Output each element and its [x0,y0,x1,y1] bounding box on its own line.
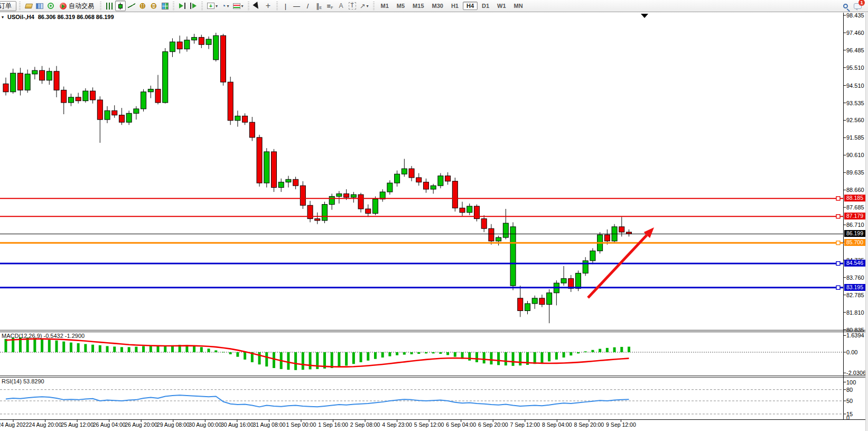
timeframe-M1[interactable]: M1 [377,2,393,10]
line-chart-icon[interactable] [126,1,137,11]
auto-trading-button[interactable]: 自动交易 [57,1,97,11]
toolbar-grip [248,2,249,10]
time-tick-label: 29 Aug 08:00 [157,421,190,428]
timeframe-M15[interactable]: M15 [409,2,427,10]
time-tick-label: 1 Sep 16:00 [318,421,348,428]
price-tick-label: 83.760 [846,274,864,281]
timeframe-H1[interactable]: H1 [447,2,462,10]
timeframe-M30[interactable]: M30 [428,2,447,10]
price-tick-label: 82.785 [846,292,864,298]
time-tick-label: 24 Aug 2022 [0,421,29,428]
time-tick-label: 8 Sep 04:00 [542,421,572,428]
rsi-scale-label: 50 [846,398,853,404]
indicators-icon[interactable]: +▾ [206,1,219,11]
price-level-badge: 86.199 [844,230,865,237]
macd-scale-label: -2.0306 [846,370,866,376]
text-icon[interactable]: A [336,1,347,11]
price-level-badge: 83.195 [844,284,865,291]
chevron-down-icon: ▾ [367,4,369,8]
price-tick-label: 88.660 [846,187,864,193]
auto-trading-label: 自动交易 [69,2,94,11]
new-order-button[interactable]: 订单 [0,1,16,11]
price-tick-label: 92.560 [846,117,864,123]
timeframe-W1[interactable]: W1 [493,2,510,10]
periods-icon[interactable]: ◔▾ [220,1,230,11]
price-level-badge: 84.546 [844,260,865,267]
chart-symbol-period: USOil-,H4 [7,14,34,20]
auto-trading-icon [60,3,67,10]
vertical-line-icon[interactable]: | [281,1,291,11]
tile-windows-icon[interactable] [160,1,170,11]
bar-chart-icon[interactable] [104,1,115,11]
chevron-down-icon: ▾ [227,4,229,8]
zoom-out-icon[interactable]: ⊖ [148,1,159,11]
toolbar-grip [19,2,21,10]
timeframe-M5[interactable]: M5 [393,2,408,10]
text-label-icon[interactable]: T [347,1,358,11]
timeframe-MN[interactable]: MN [510,2,527,10]
price-tick-label: 95.510 [846,65,864,71]
price-level-badge: 87.179 [844,213,865,219]
chevron-down-icon: ▾ [216,4,218,8]
market-window-icon[interactable] [34,1,45,11]
time-tick-label: 30 Aug 16:00 [221,421,254,428]
chart-ohlc-values: 86.306 86.319 86.068 86.199 [38,14,114,20]
price-tick-label: 86.710 [846,222,864,228]
macd-indicator-label: MACD(12,26,9) -0.5432 -1.2900 [2,333,85,339]
time-tick-label: 26 Aug 04:00 [93,421,126,428]
timeframe-D1[interactable]: D1 [478,2,493,10]
cursor-icon[interactable] [252,1,263,11]
toolbar-grip [100,2,101,10]
horizontal-line-icon[interactable]: — [292,1,302,11]
arrows-icon[interactable]: ↗▾ [358,1,370,11]
equidistant-channel-icon[interactable]: ∥E [314,1,324,11]
price-tick-label: 89.635 [846,169,864,176]
price-level-badge: 85.700 [844,239,865,246]
clock-icon: ◔ [221,2,226,10]
time-tick-label: 26 Aug 20:00 [125,421,157,428]
price-tick-label: 87.685 [846,204,864,210]
toolbar: 订单 自动交易 ⊕ ⊖ +▾ ◔▾ ▾ + | — / ∥E ≡F A T ↗▾… [0,0,868,12]
price-tick-label: 97.460 [846,30,864,36]
time-tick-label: 9 Sep 12:00 [606,421,636,428]
right-edge-strip [865,13,868,431]
price-tick-label: 94.510 [846,82,864,89]
chart-canvas[interactable] [0,0,868,431]
toolbar-grip [276,2,278,10]
macd-scale-label: 0.00 [846,349,857,355]
price-tick-label: 96.485 [846,47,864,53]
time-tick-label: 2 Sep 08:00 [350,421,380,428]
time-tick-label: 1 Sep 00:00 [286,421,316,428]
price-level-badge: 88.185 [844,195,865,201]
price-tick-label: 98.435 [846,12,864,19]
templates-icon[interactable]: ▾ [231,1,245,11]
search-icon[interactable] [841,1,852,11]
auto-scroll-icon[interactable] [177,1,188,11]
price-tick-label: 91.585 [846,134,864,141]
chart-shift-icon[interactable] [188,1,199,11]
time-tick-label: 6 Sep 04:00 [446,421,476,428]
chart-dropdown-icon[interactable]: ▾ [2,15,4,20]
rsi-indicator-label: RSI(14) 53.8290 [2,378,44,384]
toolbar-grip [373,2,375,10]
signal-icon[interactable] [45,1,56,11]
rsi-scale-label: 80 [846,387,853,393]
chat-icon[interactable]: 1 [852,1,863,11]
fibonacci-icon[interactable]: ≡F [325,1,335,11]
trendline-icon[interactable]: / [303,1,313,11]
time-tick-label: 25 Aug 12:00 [61,421,94,428]
time-tick-label: 24 Aug 20:00 [29,421,62,428]
candlestick-chart-icon[interactable] [115,1,126,11]
time-tick-label: 6 Sep 20:00 [478,421,508,428]
crosshair-icon[interactable]: + [263,1,274,11]
zoom-in-icon[interactable]: ⊕ [137,1,148,11]
price-tick-label: 93.535 [846,100,864,106]
time-tick-label: 31 Aug 08:00 [253,421,285,428]
price-tick-label: 81.810 [846,309,864,316]
gold-icon[interactable] [23,1,34,11]
toolbar-grip [201,2,203,10]
chevron-down-icon: ▾ [241,4,244,8]
time-axis[interactable]: 24 Aug 202224 Aug 20:0025 Aug 12:0026 Au… [0,420,868,431]
timeframe-H4[interactable]: H4 [463,2,478,10]
time-tick-label: 30 Aug 00:00 [189,421,221,428]
